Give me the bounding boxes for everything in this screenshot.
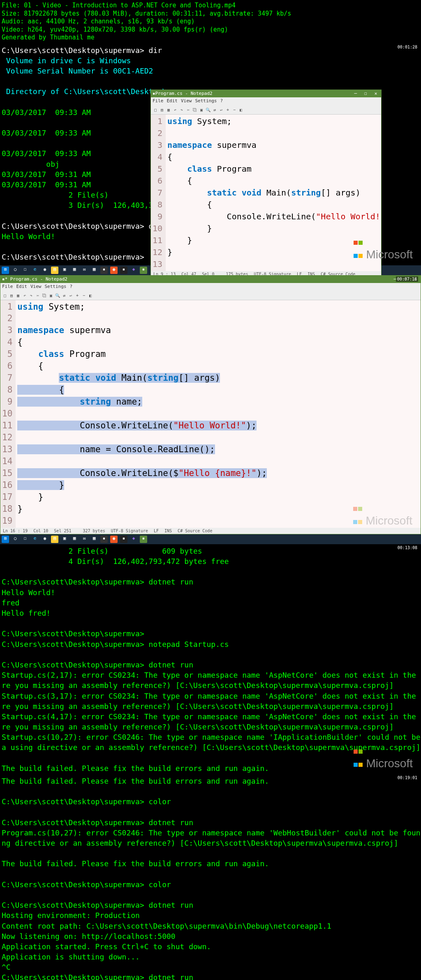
- cmd-icon[interactable]: ▪: [120, 267, 127, 274]
- status-cell: LF: [154, 529, 159, 533]
- menu-file[interactable]: File: [2, 284, 13, 289]
- open-icon[interactable]: ▤: [159, 108, 165, 113]
- menu-view[interactable]: View: [181, 98, 192, 104]
- cortana-icon[interactable]: ○: [12, 267, 19, 274]
- line-gutter: 12345678910111213141516171819: [0, 300, 16, 528]
- zoom-in-icon[interactable]: +: [225, 108, 231, 113]
- mail-icon[interactable]: ✉: [81, 536, 88, 543]
- menu-view[interactable]: View: [30, 284, 42, 289]
- menubar[interactable]: FileEditViewSettings?: [151, 97, 381, 104]
- calendar-icon[interactable]: ▦: [90, 267, 98, 274]
- timestamp: 00:07:18: [396, 276, 418, 282]
- status-cell: Sel 251: [54, 529, 71, 533]
- cortana-icon[interactable]: ○: [12, 536, 19, 543]
- explorer-icon[interactable]: ▤: [51, 267, 58, 274]
- redo-icon[interactable]: ↷: [28, 293, 34, 299]
- save-icon[interactable]: ▦: [166, 108, 171, 113]
- status-cell: UTF-8 Signature: [111, 529, 148, 533]
- wrap-icon[interactable]: ↩: [218, 108, 224, 113]
- start-button[interactable]: ⊞: [2, 267, 9, 274]
- app-icon[interactable]: ▦: [71, 536, 78, 543]
- replace-icon[interactable]: ⇄: [61, 293, 67, 299]
- menu-edit[interactable]: Edit: [167, 98, 178, 104]
- store-icon[interactable]: ▣: [61, 536, 68, 543]
- timestamp: 00:13:08: [396, 545, 419, 550]
- menu-file[interactable]: File: [153, 98, 164, 104]
- status-cell: Ln 16 : 19: [3, 529, 28, 533]
- cut-icon[interactable]: ✂: [35, 293, 41, 299]
- cut-icon[interactable]: ✂: [185, 108, 191, 113]
- terminal-icon[interactable]: ▪: [100, 536, 108, 543]
- notepad2-icon[interactable]: ▪: [140, 267, 147, 274]
- save-icon[interactable]: ▦: [15, 293, 21, 299]
- frame-4: 00:19:01 The build failed. Please fix th…: [0, 774, 421, 980]
- vs-icon[interactable]: ◈: [130, 536, 137, 543]
- line-gutter: 12345678910111213: [151, 115, 166, 271]
- wrap-icon[interactable]: ↩: [68, 293, 74, 299]
- paste-icon[interactable]: ▣: [48, 293, 54, 299]
- frame-3: 00:13:08 2 File(s) 609 bytes 4 Dir(s) 12…: [0, 544, 421, 774]
- terminal-icon[interactable]: ▪: [100, 267, 108, 274]
- source-text[interactable]: using System; namespace supermva{ class …: [166, 115, 382, 271]
- taskview-icon[interactable]: ☐: [21, 536, 29, 543]
- code-editor[interactable]: 12345678910111213 using System; namespac…: [151, 115, 381, 271]
- toolbar-2[interactable]: □▤▦↶↷✂⿻▣🔍⇄↩+−◧: [0, 290, 421, 300]
- microsoft-logo: Microsoft: [353, 501, 412, 527]
- zoom-out-icon[interactable]: −: [231, 108, 237, 113]
- find-icon[interactable]: 🔍: [205, 108, 211, 113]
- find-icon[interactable]: 🔍: [55, 293, 60, 299]
- chrome-icon[interactable]: ◉: [41, 267, 49, 274]
- redo-icon[interactable]: ↷: [179, 108, 185, 113]
- open-icon[interactable]: ▤: [9, 293, 14, 299]
- code-editor-2[interactable]: 12345678910111213141516171819 using Syst…: [0, 300, 421, 528]
- menu-?[interactable]: ?: [69, 284, 72, 289]
- menu-settings[interactable]: Settings: [45, 284, 67, 289]
- mail-icon[interactable]: ✉: [81, 267, 88, 274]
- notepad2-window-small[interactable]: ▪ Program.cs - Notepad2 ─ ☐ ✕ FileEditVi…: [150, 90, 382, 278]
- menu-settings[interactable]: Settings: [195, 98, 217, 104]
- taskview-icon[interactable]: ☐: [21, 267, 29, 274]
- notepad2-icon[interactable]: ▪: [140, 536, 147, 543]
- timestamp: 00:01:28: [396, 44, 419, 50]
- undo-icon[interactable]: ↶: [22, 293, 28, 299]
- ubuntu-icon[interactable]: ◉: [110, 536, 118, 543]
- copy-icon[interactable]: ⿻: [192, 108, 198, 113]
- scheme-icon[interactable]: ◧: [88, 293, 93, 299]
- titlebar[interactable]: ▪ Program.cs - Notepad2 ─ ☐ ✕: [151, 90, 381, 97]
- menu-edit[interactable]: Edit: [16, 284, 28, 289]
- status-cell: C# Source Code: [178, 529, 212, 533]
- source-text[interactable]: using System; namespace supermva{ class …: [16, 300, 421, 528]
- minimize-button[interactable]: ─: [352, 91, 359, 96]
- vs-icon[interactable]: ◈: [130, 267, 137, 274]
- title-icon: ▪: [153, 91, 155, 96]
- new-icon[interactable]: □: [2, 293, 8, 299]
- app-icon[interactable]: ▦: [71, 267, 78, 274]
- undo-icon[interactable]: ↶: [172, 108, 178, 113]
- titlebar-2[interactable]: ▪ * Program.cs - Notepad2 ─ ☐ ✕: [0, 276, 421, 283]
- menu-?[interactable]: ?: [220, 98, 223, 104]
- terminal-4[interactable]: The build failed. Please fix the build e…: [0, 774, 421, 980]
- replace-icon[interactable]: ⇄: [212, 108, 217, 113]
- close-button[interactable]: ✕: [372, 91, 379, 96]
- ubuntu-icon[interactable]: ◉: [110, 267, 118, 274]
- cmd-icon[interactable]: ▪: [120, 536, 127, 543]
- toolbar[interactable]: □▤▦↶↷✂⿻▣🔍⇄↩+−◧: [151, 104, 381, 115]
- explorer-icon[interactable]: ▤: [51, 536, 58, 543]
- start-button[interactable]: ⊞: [2, 536, 9, 543]
- paste-icon[interactable]: ▣: [199, 108, 204, 113]
- zoom-in-icon[interactable]: +: [74, 293, 80, 299]
- title-icon: ▪: [2, 276, 5, 282]
- store-icon[interactable]: ▣: [61, 267, 68, 274]
- zoom-out-icon[interactable]: −: [81, 293, 87, 299]
- scheme-icon[interactable]: ◧: [238, 108, 244, 113]
- calendar-icon[interactable]: ▦: [90, 536, 98, 543]
- maximize-button[interactable]: ☐: [362, 91, 369, 96]
- copy-icon[interactable]: ⿻: [42, 293, 47, 299]
- edge-icon[interactable]: e: [31, 267, 39, 274]
- chrome-icon[interactable]: ◉: [41, 536, 49, 543]
- edge-icon[interactable]: e: [31, 536, 39, 543]
- new-icon[interactable]: □: [153, 108, 158, 113]
- window-title: Program.cs - Notepad2: [155, 91, 352, 96]
- menubar-2[interactable]: FileEditViewSettings?: [0, 283, 421, 290]
- taskbar-2[interactable]: ⊞ ○ ☐ e ◉ ▤ ▣ ▦ ✉ ▦ ▪ ◉ ▪ ◈ ▪: [0, 534, 421, 544]
